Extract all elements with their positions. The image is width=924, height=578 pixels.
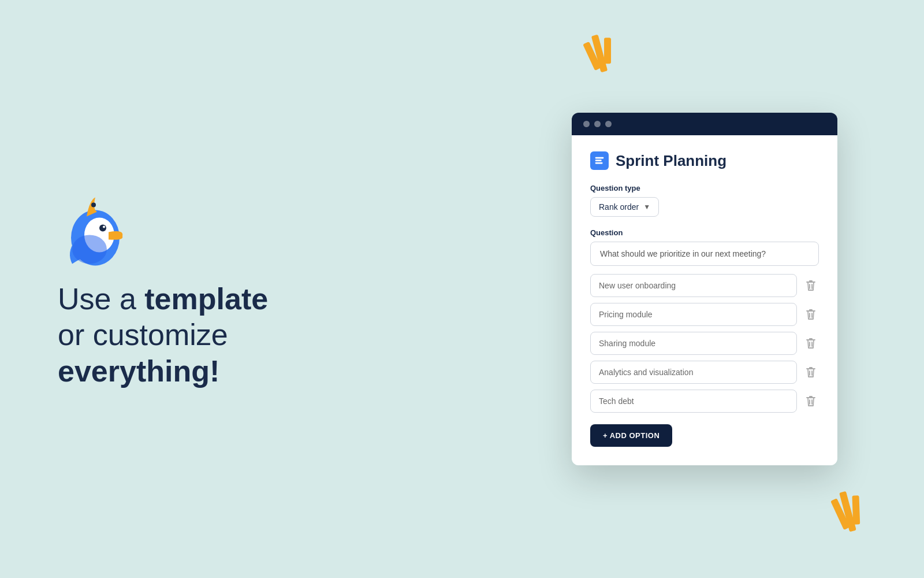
svg-point-4 [91, 202, 96, 207]
delete-option-3-button[interactable] [803, 335, 819, 352]
sprint-title: Sprint Planning [616, 152, 726, 170]
svg-point-3 [103, 225, 105, 228]
headline-bold-everything: everything! [58, 354, 219, 388]
svg-point-5 [72, 235, 107, 264]
headline-line1: Use a template [58, 282, 268, 316]
headline-bold-template: template [144, 282, 268, 316]
window-dot-1 [583, 121, 590, 127]
delete-option-5-button[interactable] [803, 392, 819, 410]
question-type-section: Question type Rank order ▼ [590, 184, 819, 217]
svg-rect-7 [595, 160, 602, 161]
delete-option-4-button[interactable] [803, 364, 819, 381]
sprint-icon [590, 151, 609, 170]
headline: Use a template or customize everything! [58, 281, 268, 389]
window-dot-3 [605, 121, 612, 127]
svg-rect-6 [595, 157, 603, 159]
option-row-3 [590, 332, 819, 355]
question-type-label: Question type [590, 184, 819, 192]
option-row-1 [590, 274, 819, 297]
bird-logo [58, 188, 139, 269]
question-input[interactable] [590, 242, 819, 266]
delete-option-2-button[interactable] [803, 306, 819, 323]
svg-rect-8 [595, 162, 603, 164]
option-row-5 [590, 390, 819, 413]
svg-point-2 [99, 224, 106, 231]
chevron-down-icon: ▼ [643, 203, 650, 211]
option-input-3[interactable] [590, 332, 797, 355]
add-option-label: + ADD OPTION [603, 431, 660, 440]
option-input-1[interactable] [590, 274, 797, 297]
question-label: Question [590, 228, 819, 237]
app-window: Sprint Planning Question type Rank order… [572, 113, 837, 465]
sparkle-top [584, 33, 616, 75]
left-section: Use a template or customize everything! [58, 188, 268, 389]
headline-line2: or customize [58, 318, 228, 352]
option-row-2 [590, 303, 819, 326]
option-input-2[interactable] [590, 303, 797, 326]
delete-option-1-button[interactable] [803, 277, 819, 294]
window-body: Sprint Planning Question type Rank order… [572, 135, 837, 465]
window-title-row: Sprint Planning [590, 151, 819, 170]
option-input-4[interactable] [590, 361, 797, 384]
question-section: Question [590, 228, 819, 413]
option-input-5[interactable] [590, 390, 797, 413]
add-option-button[interactable]: + ADD OPTION [590, 424, 672, 447]
question-type-dropdown[interactable]: Rank order ▼ [590, 197, 659, 217]
sparkle-bottom-right [832, 490, 863, 534]
window-titlebar [572, 113, 837, 135]
options-list [590, 274, 819, 413]
question-type-value: Rank order [599, 202, 639, 212]
option-row-4 [590, 361, 819, 384]
window-dot-2 [594, 121, 601, 127]
